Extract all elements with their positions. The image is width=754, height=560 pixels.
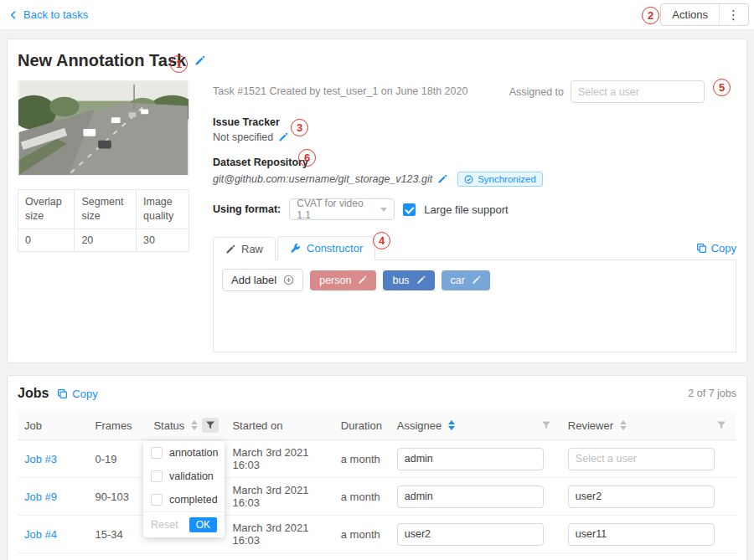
synchronized-badge: Synchronized — [457, 172, 543, 187]
reviewer-input[interactable] — [568, 448, 715, 470]
duration-cell: a month — [334, 516, 390, 553]
duration-cell: a month — [334, 553, 390, 560]
assignee-input[interactable] — [397, 523, 544, 546]
pencil-icon — [225, 244, 235, 254]
label-chip-person-name: person — [319, 275, 351, 286]
job-link[interactable]: Job #3 — [24, 453, 57, 465]
tab-constructor[interactable]: Constructor — [277, 236, 375, 260]
assignee-input[interactable] — [397, 486, 544, 508]
back-to-tasks-link[interactable]: Back to tasks — [8, 8, 88, 21]
format-select[interactable]: CVAT for video 1.1 — [289, 198, 395, 220]
copy-labels-link[interactable]: Copy — [696, 242, 736, 259]
job-link[interactable]: Job #9 — [24, 491, 57, 503]
filter-option-annotation[interactable]: annotation — [143, 441, 225, 465]
assigned-to-input[interactable] — [571, 80, 705, 103]
large-file-support-checkbox[interactable] — [403, 203, 416, 216]
back-to-tasks-label: Back to tasks — [23, 8, 88, 21]
param-value-segment: 20 — [75, 229, 137, 251]
filter-option-label: completed — [169, 494, 218, 506]
job-link[interactable]: Job #4 — [24, 528, 57, 541]
sort-icon[interactable] — [191, 420, 198, 430]
task-details-card: New Annotation Task — [7, 39, 747, 363]
label-chip-bus[interactable]: bus — [383, 270, 434, 290]
reviewer-input[interactable] — [568, 486, 715, 508]
edit-repository-icon[interactable] — [437, 174, 447, 184]
status-filter-dropdown: annotation validation completed Reset OK — [143, 441, 225, 537]
checkbox[interactable] — [151, 494, 163, 506]
using-format-label: Using format: — [213, 203, 281, 215]
edit-label-icon[interactable] — [416, 275, 426, 285]
copy-jobs-link[interactable]: Copy — [57, 388, 97, 400]
filter-option-label: annotation — [169, 447, 218, 459]
label-chip-person[interactable]: person — [310, 270, 376, 290]
more-options-icon[interactable]: ⋮ — [720, 4, 748, 25]
column-header-status[interactable]: Status — [147, 411, 225, 440]
top-bar: Back to tasks Actions ⋮ — [0, 0, 754, 30]
edit-label-icon[interactable] — [358, 275, 367, 285]
column-header-job[interactable]: Job — [18, 411, 89, 440]
check-circle-icon — [464, 175, 473, 184]
actions-button[interactable]: Actions ⋮ — [660, 3, 749, 26]
jobs-count: 2 of 7 jobs — [688, 388, 736, 399]
column-header-frames[interactable]: Frames — [89, 411, 147, 440]
frames-cell: 15-34 — [89, 516, 147, 553]
copy-icon — [57, 388, 68, 399]
frames-cell: 0-19 — [89, 440, 147, 478]
edit-label-icon[interactable] — [472, 275, 481, 285]
param-value-quality: 30 — [137, 229, 189, 251]
sort-icon[interactable] — [620, 420, 627, 430]
edit-issue-tracker-icon[interactable] — [278, 132, 288, 142]
callout-2: 2 — [642, 7, 659, 24]
param-value-overlap: 0 — [18, 229, 75, 251]
filter-option-validation[interactable]: validation — [143, 465, 225, 488]
filter-icon[interactable] — [713, 418, 730, 433]
task-title: New Annotation Task — [18, 51, 186, 70]
edit-title-icon[interactable] — [194, 55, 205, 66]
sort-icon[interactable] — [448, 420, 455, 430]
tab-raw[interactable]: Raw — [213, 237, 276, 260]
filter-option-completed[interactable]: completed — [143, 488, 225, 511]
label-constructor-panel: Add label person bus — [213, 260, 736, 352]
jobs-card: Jobs Copy 2 of 7 jobs Job Frames Status — [7, 375, 747, 560]
filter-icon[interactable] — [538, 418, 555, 433]
column-header-started[interactable]: Started on — [225, 411, 333, 440]
table-row: Job #4 15-34 March 3rd 2021 16:03 a mont… — [18, 516, 736, 553]
column-header-duration[interactable]: Duration — [334, 411, 390, 440]
chevron-down-icon — [380, 208, 387, 212]
copy-labels-label: Copy — [711, 242, 736, 254]
assignee-input[interactable] — [397, 448, 544, 470]
filter-ok-button[interactable]: OK — [189, 517, 217, 532]
callout-6: 6 — [298, 149, 316, 167]
filter-reset-button[interactable]: Reset — [151, 519, 178, 531]
label-chip-car[interactable]: car — [442, 270, 490, 290]
dataset-repository-url: git@github.com:username/git_storage_v123… — [213, 173, 432, 185]
param-header-overlap: Overlap size — [18, 190, 75, 229]
tab-raw-label: Raw — [241, 243, 263, 255]
jobs-title: Jobs — [18, 386, 49, 401]
label-chip-bus-name: bus — [392, 275, 409, 286]
labels-tab-bar: Raw Constructor Copy — [213, 235, 736, 260]
param-header-quality: Image quality — [137, 190, 189, 229]
add-label-text: Add label — [231, 274, 276, 286]
actions-label: Actions — [661, 4, 719, 25]
table-row: Job #3 0-19 March 3rd 2021 16:03 a month — [18, 440, 736, 478]
add-label-button[interactable]: Add label — [222, 269, 303, 291]
task-preview-image — [18, 80, 189, 176]
issue-tracker-value: Not specified — [213, 131, 273, 143]
duration-cell: a month — [334, 440, 390, 478]
callout-1: 1 — [170, 55, 188, 73]
filter-icon[interactable] — [202, 418, 219, 433]
column-header-assignee[interactable]: Assignee — [390, 411, 561, 440]
copy-jobs-label: Copy — [72, 388, 97, 400]
reviewer-input[interactable] — [568, 523, 715, 546]
format-select-value: CVAT for video 1.1 — [297, 198, 374, 221]
task-params-table: Overlap size Segment size Image quality … — [18, 189, 189, 252]
checkbox[interactable] — [151, 447, 163, 459]
column-header-reviewer[interactable]: Reviewer — [561, 411, 736, 440]
jobs-table: Job Frames Status Started on Duration — [18, 411, 736, 560]
task-meta: Task #1521 Created by test_user_1 on Jun… — [213, 80, 467, 97]
param-header-segment: Segment size — [75, 190, 137, 229]
checkbox[interactable] — [151, 470, 163, 482]
copy-icon — [696, 243, 707, 254]
frames-cell: 90-103 — [89, 478, 147, 516]
